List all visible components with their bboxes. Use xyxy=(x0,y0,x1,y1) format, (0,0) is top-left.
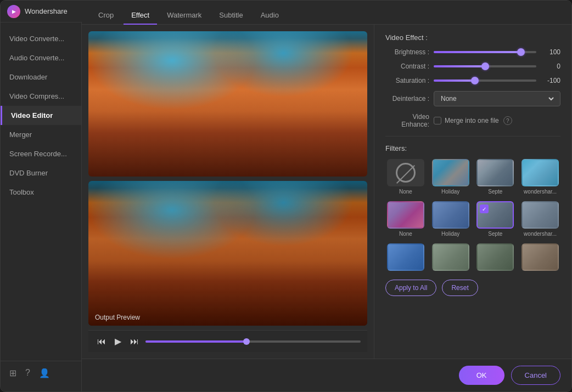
saturation-fill xyxy=(434,79,475,82)
filter-label-wondershare-1: wondershar... xyxy=(524,189,557,195)
filter-thumb-none-2 xyxy=(387,201,424,229)
selected-checkmark: ✓ xyxy=(480,204,489,213)
filters-row-1: None Holiday Septe xyxy=(385,159,560,195)
help-tooltip-icon[interactable]: ? xyxy=(503,116,512,125)
deinterlace-select[interactable]: None Bob Linear xyxy=(439,94,556,103)
output-preview-label: Output Preview xyxy=(95,314,140,321)
filter-f2[interactable] xyxy=(430,243,471,271)
brightness-row: Brightness : 100 xyxy=(385,48,560,56)
sidebar-item-dvd-burner[interactable]: DVD Burner xyxy=(1,163,81,183)
brightness-slider[interactable] xyxy=(434,51,536,53)
app-logo-icon xyxy=(7,5,20,18)
sidebar-item-video-editor[interactable]: Video Editor xyxy=(1,106,81,125)
video-controls: ⏮ ▶ ⏭ xyxy=(88,330,367,352)
video-effect-title: Video Effect : xyxy=(385,33,560,42)
contrast-slider[interactable] xyxy=(434,65,536,67)
merge-checkbox[interactable] xyxy=(434,117,441,124)
filter-wondershare-1[interactable]: wondershar... xyxy=(520,159,560,195)
reset-button[interactable]: Reset xyxy=(442,280,478,296)
filter-sepia-2[interactable]: ✓ Septe xyxy=(475,201,516,237)
contrast-thumb[interactable] xyxy=(481,63,489,70)
filter-thumb-holiday-2 xyxy=(432,201,469,229)
filter-thumb-holiday-1 xyxy=(432,159,469,186)
filter-none-icon xyxy=(396,163,416,183)
merge-checkbox-item: Merge into one file xyxy=(434,117,499,124)
filters-row-3 xyxy=(385,243,560,271)
filter-thumb-f1 xyxy=(387,243,424,271)
sidebar-item-screen-recorder[interactable]: Screen Recorde... xyxy=(1,144,81,163)
account-icon[interactable]: 👤 xyxy=(39,368,50,378)
app-window: Wondershare title ✕ Video Converte... Au… xyxy=(0,0,572,392)
controls-panel: Video Effect : Brightness : 100 xyxy=(374,25,571,359)
contrast-fill xyxy=(434,65,485,67)
filter-holiday-1[interactable]: Holiday xyxy=(430,159,471,195)
filter-none-2[interactable]: None xyxy=(385,201,426,237)
saturation-slider[interactable] xyxy=(434,79,536,82)
filter-label-wondershare-2: wondershar... xyxy=(524,231,557,237)
filter-label-holiday-2: Holiday xyxy=(441,231,459,237)
progress-fill xyxy=(145,340,246,343)
filter-f1[interactable] xyxy=(385,243,426,271)
sidebar-item-audio-converter[interactable]: Audio Converte... xyxy=(1,48,81,67)
sidebar: Video Converte... Audio Converte... Down… xyxy=(1,22,82,391)
deinterlace-label: Deinterlace : xyxy=(385,95,429,103)
video-progress-bar[interactable] xyxy=(145,340,361,343)
ok-button[interactable]: OK xyxy=(459,366,504,385)
saturation-label: Saturation : xyxy=(385,77,429,84)
deinterlace-select-wrapper[interactable]: None Bob Linear xyxy=(434,91,560,106)
filter-label-none-2: None xyxy=(399,231,412,237)
video-enhance-label: Video Enhance: xyxy=(385,113,429,128)
filter-wondershare-2[interactable]: wondershar... xyxy=(520,201,560,237)
play-button[interactable]: ▶ xyxy=(113,335,124,348)
filters-label: Filters: xyxy=(385,144,560,152)
sidebar-bottom: ⊞ ? 👤 xyxy=(1,361,81,385)
sidebar-item-merger[interactable]: Merger xyxy=(1,125,81,144)
contrast-label: Contrast : xyxy=(385,63,429,70)
filter-thumb-sepia-1 xyxy=(476,159,514,186)
filter-holiday-2[interactable]: Holiday xyxy=(430,201,471,237)
brightness-value: 100 xyxy=(541,48,560,56)
sidebar-item-video-compressor[interactable]: Video Compres... xyxy=(1,87,81,106)
prev-frame-button[interactable]: ⏮ xyxy=(95,336,108,348)
saturation-row: Saturation : -100 xyxy=(385,77,560,84)
apply-to-all-button[interactable]: Apply to All xyxy=(385,280,436,296)
video-enhance-row: Video Enhance: Merge into one file ? xyxy=(385,113,560,128)
main-area: Crop Effect Watermark Subtitle Audio xyxy=(82,22,571,391)
output-preview: Output Preview xyxy=(88,181,367,326)
filters-row-2: None Holiday ✓ Septe xyxy=(385,201,560,237)
app-body: Video Converte... Audio Converte... Down… xyxy=(1,22,571,391)
merge-label: Merge into one file xyxy=(445,117,499,124)
filter-f4[interactable] xyxy=(520,243,560,271)
brightness-thumb[interactable] xyxy=(517,48,525,56)
filter-sepia-1[interactable]: Septe xyxy=(475,159,516,195)
contrast-row: Contrast : 0 xyxy=(385,63,560,70)
filter-none-1[interactable]: None xyxy=(385,159,426,195)
contrast-value: 0 xyxy=(541,63,560,70)
filter-label-sepia-2: Septe xyxy=(488,231,502,237)
input-preview-image xyxy=(88,31,367,177)
filter-thumb-f3 xyxy=(476,243,514,271)
filter-f3[interactable] xyxy=(475,243,516,271)
filter-thumb-wondershare-1 xyxy=(521,159,559,186)
output-preview-image xyxy=(88,181,367,326)
sidebar-item-downloader[interactable]: Downloader xyxy=(1,67,81,87)
next-frame-button[interactable]: ⏭ xyxy=(128,336,141,348)
divider xyxy=(385,136,560,137)
input-preview xyxy=(88,31,367,177)
dialog: Crop Effect Watermark Subtitle Audio xyxy=(82,22,571,391)
cancel-button[interactable]: Cancel xyxy=(511,366,560,385)
saturation-thumb[interactable] xyxy=(471,77,479,84)
sidebar-item-video-converter[interactable]: Video Converte... xyxy=(1,29,81,48)
help-icon[interactable]: ? xyxy=(25,368,30,378)
deinterlace-row: Deinterlace : None Bob Linear xyxy=(385,91,560,106)
filter-label-holiday-1: Holiday xyxy=(441,189,459,195)
preview-area: Output Preview ⏮ ▶ ⏭ xyxy=(82,25,374,359)
layout-icon[interactable]: ⊞ xyxy=(9,368,16,378)
filter-thumb-none-1 xyxy=(387,159,424,186)
filter-label-none-1: None xyxy=(399,189,412,195)
progress-thumb[interactable] xyxy=(243,338,250,345)
dialog-content: Output Preview ⏮ ▶ ⏭ xyxy=(82,25,571,359)
sidebar-item-toolbox[interactable]: Toolbox xyxy=(1,183,81,202)
filter-thumb-wondershare-2 xyxy=(521,201,559,229)
filter-thumb-f2 xyxy=(432,243,469,271)
